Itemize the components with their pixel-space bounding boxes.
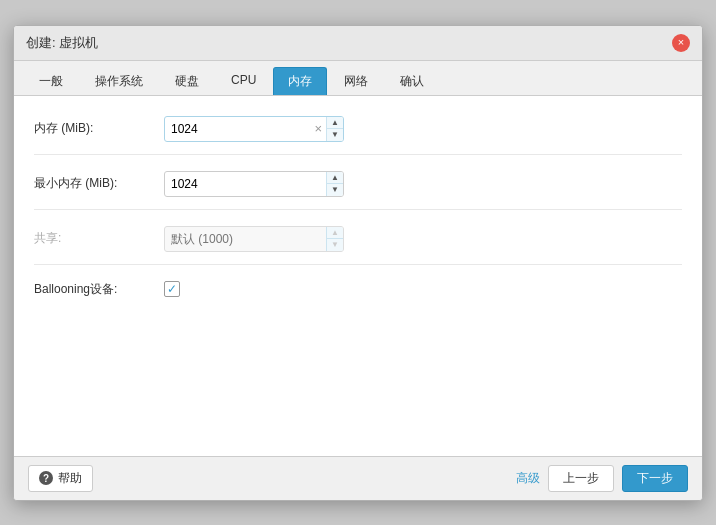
tab-disk[interactable]: 硬盘 [160,67,214,95]
dialog-header: 创建: 虚拟机 × [14,26,702,61]
min-memory-input[interactable] [165,174,326,194]
ballooning-checkbox[interactable]: ✓ [164,281,180,297]
tab-cpu[interactable]: CPU [216,67,271,95]
shared-increment-button: ▲ [327,227,343,240]
ballooning-row: Ballooning设备: ✓ [34,281,682,310]
min-memory-label: 最小内存 (MiB): [34,175,164,192]
shared-input [165,229,326,249]
min-memory-increment-button[interactable]: ▲ [327,172,343,185]
min-memory-input-wrapper: ▲ ▼ [164,171,344,197]
tab-confirm[interactable]: 确认 [385,67,439,95]
back-button[interactable]: 上一步 [548,465,614,492]
footer-right: 高级 上一步 下一步 [516,465,688,492]
dialog-footer: ? 帮助 高级 上一步 下一步 [14,456,702,500]
min-memory-decrement-button[interactable]: ▼ [327,184,343,196]
advanced-link[interactable]: 高级 [516,470,540,487]
memory-increment-button[interactable]: ▲ [327,117,343,130]
close-button[interactable]: × [672,34,690,52]
help-icon: ? [39,471,53,485]
memory-input-wrapper: × ▲ ▼ [164,116,344,142]
min-memory-spinner: ▲ ▼ [326,172,343,196]
shared-input-wrapper: ▲ ▼ [164,226,344,252]
dialog-title: 创建: 虚拟机 [26,34,98,52]
next-button[interactable]: 下一步 [622,465,688,492]
memory-row: 内存 (MiB): × ▲ ▼ [34,116,682,155]
checkmark-icon: ✓ [167,283,177,295]
memory-decrement-button[interactable]: ▼ [327,129,343,141]
dialog-body: 内存 (MiB): × ▲ ▼ 最小内存 (MiB): ▲ ▼ [14,96,702,456]
memory-input[interactable] [165,119,310,139]
min-memory-row: 最小内存 (MiB): ▲ ▼ [34,171,682,210]
shared-decrement-button: ▼ [327,239,343,251]
memory-clear-icon[interactable]: × [310,122,326,135]
ballooning-label: Ballooning设备: [34,281,164,298]
help-label: 帮助 [58,470,82,487]
create-vm-dialog: 创建: 虚拟机 × 一般 操作系统 硬盘 CPU 内存 网络 确认 内存 (Mi… [13,25,703,501]
tab-general[interactable]: 一般 [24,67,78,95]
tab-network[interactable]: 网络 [329,67,383,95]
shared-label: 共享: [34,230,164,247]
shared-row: 共享: ▲ ▼ [34,226,682,265]
tab-bar: 一般 操作系统 硬盘 CPU 内存 网络 确认 [14,61,702,96]
memory-spinner: ▲ ▼ [326,117,343,141]
tab-os[interactable]: 操作系统 [80,67,158,95]
memory-label: 内存 (MiB): [34,120,164,137]
help-button[interactable]: ? 帮助 [28,465,93,492]
shared-spinner: ▲ ▼ [326,227,343,251]
tab-memory[interactable]: 内存 [273,67,327,95]
